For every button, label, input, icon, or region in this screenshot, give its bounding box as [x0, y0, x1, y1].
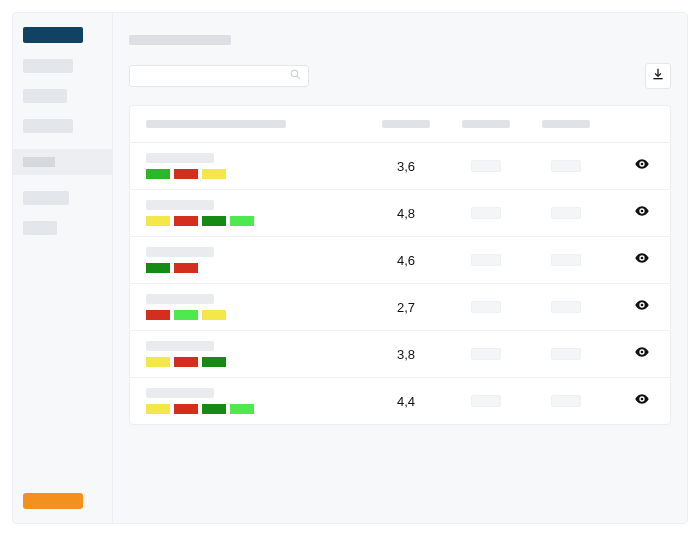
cell-name — [146, 247, 366, 273]
sidebar-cta-button[interactable] — [23, 493, 83, 509]
search-icon — [289, 68, 302, 84]
sidebar-item-1[interactable] — [23, 59, 73, 73]
view-button[interactable] — [634, 391, 650, 411]
tag-g — [146, 169, 170, 179]
tag-lg — [174, 310, 198, 320]
row-title — [146, 153, 214, 163]
cell-col2 — [526, 348, 606, 360]
page-title — [129, 35, 231, 45]
cell-col1 — [446, 160, 526, 172]
th-col1 — [446, 120, 526, 128]
cell-col1 — [446, 254, 526, 266]
sidebar — [13, 13, 113, 523]
eye-icon — [634, 252, 650, 269]
view-button[interactable] — [634, 156, 650, 176]
view-button[interactable] — [634, 297, 650, 317]
cell-name — [146, 153, 366, 179]
cell-name — [146, 294, 366, 320]
cell-actions — [606, 297, 654, 317]
cell-value: 4,8 — [366, 206, 446, 221]
cell-actions — [606, 250, 654, 270]
cell-value: 3,8 — [366, 347, 446, 362]
tag-list — [146, 216, 366, 226]
th-value — [366, 120, 446, 128]
cell-actions — [606, 391, 654, 411]
svg-point-0 — [291, 70, 298, 77]
tag-list — [146, 310, 366, 320]
main-content: 3,64,84,62,73,84,4 — [113, 13, 687, 523]
tag-y — [146, 216, 170, 226]
tag-lg — [230, 216, 254, 226]
sidebar-item-0[interactable] — [23, 27, 83, 43]
search-input[interactable] — [129, 65, 309, 87]
sidebar-item-4-selected[interactable] — [13, 149, 112, 175]
cell-value: 3,6 — [366, 159, 446, 174]
download-button[interactable] — [645, 63, 671, 89]
cell-actions — [606, 344, 654, 364]
tag-dg — [202, 216, 226, 226]
cell-name — [146, 388, 366, 414]
table-row: 4,6 — [130, 237, 670, 284]
tag-list — [146, 357, 366, 367]
cell-value: 2,7 — [366, 300, 446, 315]
table-row: 3,8 — [130, 331, 670, 378]
tag-y — [202, 310, 226, 320]
tag-lg — [230, 404, 254, 414]
table-body: 3,64,84,62,73,84,4 — [130, 143, 670, 424]
row-title — [146, 294, 214, 304]
app-window: 3,64,84,62,73,84,4 — [12, 12, 688, 524]
row-title — [146, 341, 214, 351]
cell-name — [146, 341, 366, 367]
tag-dg — [146, 263, 170, 273]
tag-r — [174, 216, 198, 226]
sidebar-item-2[interactable] — [23, 89, 67, 103]
view-button[interactable] — [634, 203, 650, 223]
eye-icon — [634, 299, 650, 316]
cell-col1 — [446, 301, 526, 313]
sidebar-nav — [23, 27, 102, 235]
eye-icon — [634, 393, 650, 410]
cell-actions — [606, 156, 654, 176]
tag-list — [146, 404, 366, 414]
row-title — [146, 200, 214, 210]
cell-value: 4,6 — [366, 253, 446, 268]
cell-name — [146, 200, 366, 226]
download-icon — [651, 67, 665, 85]
cell-actions — [606, 203, 654, 223]
sidebar-item-3[interactable] — [23, 119, 73, 133]
view-button[interactable] — [634, 344, 650, 364]
tag-dg — [202, 357, 226, 367]
table-row: 4,8 — [130, 190, 670, 237]
tag-y — [202, 169, 226, 179]
tag-y — [146, 357, 170, 367]
cell-col1 — [446, 348, 526, 360]
sidebar-footer — [23, 493, 102, 509]
tag-list — [146, 263, 366, 273]
cell-col2 — [526, 207, 606, 219]
tag-r — [146, 310, 170, 320]
cell-col2 — [526, 160, 606, 172]
table-row: 2,7 — [130, 284, 670, 331]
table-row: 4,4 — [130, 378, 670, 424]
row-title — [146, 247, 214, 257]
tag-y — [146, 404, 170, 414]
eye-icon — [634, 205, 650, 222]
tag-r — [174, 169, 198, 179]
cell-col1 — [446, 207, 526, 219]
table-header — [130, 106, 670, 143]
toolbar — [129, 63, 671, 89]
svg-line-1 — [297, 76, 300, 79]
sidebar-item-5[interactable] — [23, 191, 69, 205]
cell-value: 4,4 — [366, 394, 446, 409]
data-table: 3,64,84,62,73,84,4 — [129, 105, 671, 425]
tag-dg — [202, 404, 226, 414]
sidebar-item-6[interactable] — [23, 221, 57, 235]
row-title — [146, 388, 214, 398]
tag-r — [174, 357, 198, 367]
th-name — [146, 120, 366, 128]
eye-icon — [634, 158, 650, 175]
tag-list — [146, 169, 366, 179]
view-button[interactable] — [634, 250, 650, 270]
eye-icon — [634, 346, 650, 363]
cell-col1 — [446, 395, 526, 407]
